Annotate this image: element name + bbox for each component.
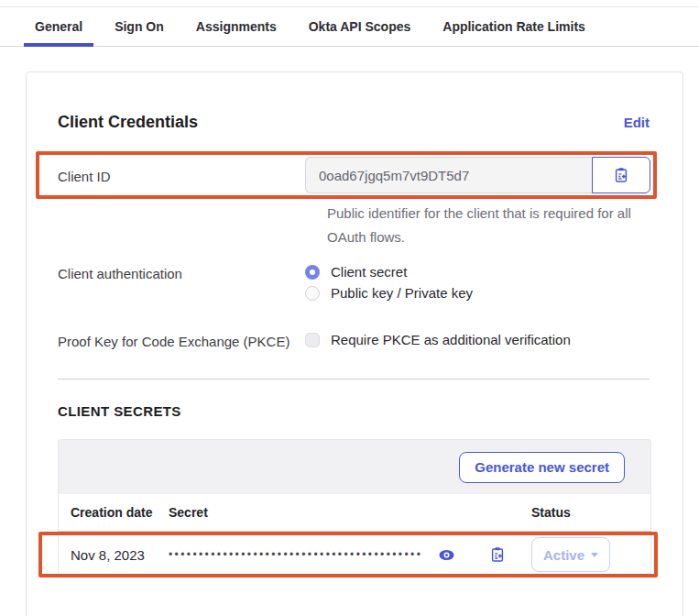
tab-application-rate-limits[interactable]: Application Rate Limits: [431, 7, 596, 47]
radio-client-secret[interactable]: Client secret: [305, 264, 473, 280]
app-tabbar: General Sign On Assignments Okta API Sco…: [0, 7, 699, 47]
copy-client-id-button[interactable]: [592, 157, 650, 193]
radio-client-secret-label: Client secret: [331, 264, 407, 280]
secrets-toolbar: Generate new secret: [58, 439, 651, 494]
clipboard-copy-icon: [613, 167, 629, 183]
secret-creation-date: Nov 8, 2023: [59, 547, 169, 563]
table-row: Nov 8, 2023 ••••••••••••••••••••••••••••…: [58, 532, 651, 578]
client-secrets-title: CLIENT SECRETS: [58, 403, 650, 419]
client-credentials-card: Client Credentials Edit Client ID 0oad67…: [26, 72, 683, 616]
header-secret: Secret: [169, 505, 531, 520]
clipboard-copy-icon: [489, 546, 506, 563]
masked-secret-value: ••••••••••••••••••••••••••••••••••••••••…: [169, 548, 422, 561]
pkce-label: Proof Key for Code Exchange (PKCE): [58, 332, 305, 349]
status-label: Active: [543, 547, 584, 563]
header-status: Status: [531, 505, 650, 520]
edit-link[interactable]: Edit: [624, 115, 650, 130]
client-authentication-row: Client authentication Client secret Publ…: [58, 264, 650, 301]
client-secrets-table: Generate new secret Creation date Secret…: [58, 439, 651, 578]
pkce-checkbox-item[interactable]: Require PKCE as additional verification: [305, 332, 571, 347]
radio-selected-icon[interactable]: [305, 265, 320, 280]
radio-unselected-icon[interactable]: [305, 286, 320, 301]
client-id-label: Client ID: [58, 167, 305, 184]
section-title: Client Credentials: [58, 113, 198, 132]
section-divider: [58, 379, 650, 380]
pkce-row: Proof Key for Code Exchange (PKCE) Requi…: [58, 332, 650, 349]
generate-new-secret-button[interactable]: Generate new secret: [459, 452, 625, 483]
tab-general[interactable]: General: [24, 7, 93, 47]
tab-assignments[interactable]: Assignments: [185, 7, 288, 47]
eye-icon: [439, 549, 454, 561]
radio-public-private-key[interactable]: Public key / Private key: [305, 285, 473, 301]
reveal-secret-button[interactable]: [437, 547, 456, 563]
client-authentication-label: Client authentication: [58, 264, 305, 281]
copy-secret-button[interactable]: [487, 544, 508, 565]
client-id-help-text: Public identifier for the client that is…: [327, 202, 653, 249]
checkbox-unchecked-icon[interactable]: [305, 333, 320, 347]
table-header-row: Creation date Secret Status: [58, 494, 651, 532]
client-id-value-field[interactable]: 0oad67jgq5m7vt9DT5d7: [305, 157, 592, 193]
radio-public-private-key-label: Public key / Private key: [331, 285, 473, 301]
client-id-row: Client ID 0oad67jgq5m7vt9DT5d7: [58, 156, 650, 194]
header-creation-date: Creation date: [59, 505, 169, 520]
tab-sign-on[interactable]: Sign On: [104, 7, 175, 47]
caret-down-icon: [591, 553, 598, 557]
pkce-checkbox-label: Require PKCE as additional verification: [331, 332, 571, 347]
status-dropdown[interactable]: Active: [531, 537, 610, 572]
tab-okta-api-scopes[interactable]: Okta API Scopes: [298, 7, 422, 47]
